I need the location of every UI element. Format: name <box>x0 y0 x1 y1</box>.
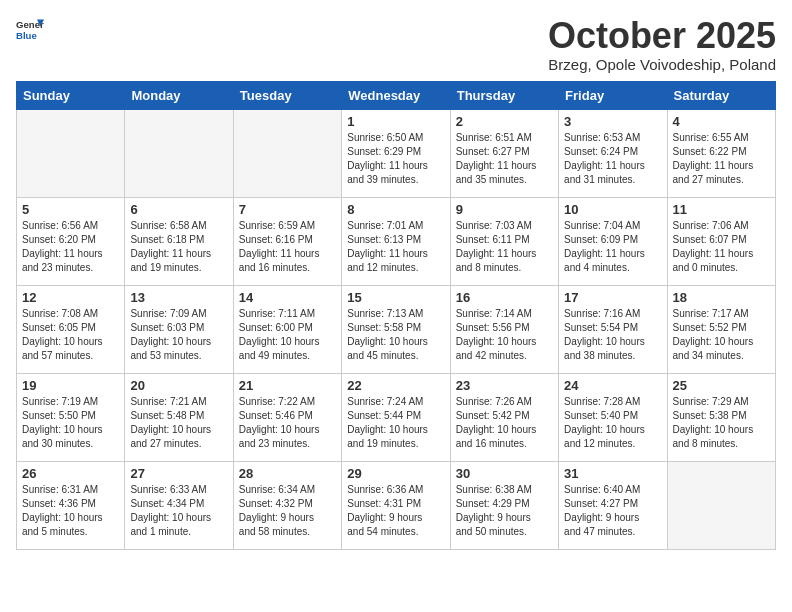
weekday-header: Thursday <box>450 81 558 109</box>
month-title: October 2025 <box>548 16 776 56</box>
day-info: Sunrise: 6:36 AM Sunset: 4:31 PM Dayligh… <box>347 483 444 539</box>
day-info: Sunrise: 6:40 AM Sunset: 4:27 PM Dayligh… <box>564 483 661 539</box>
calendar-cell: 10Sunrise: 7:04 AM Sunset: 6:09 PM Dayli… <box>559 197 667 285</box>
calendar-cell: 19Sunrise: 7:19 AM Sunset: 5:50 PM Dayli… <box>17 373 125 461</box>
day-number: 31 <box>564 466 661 481</box>
day-info: Sunrise: 6:53 AM Sunset: 6:24 PM Dayligh… <box>564 131 661 187</box>
day-info: Sunrise: 7:03 AM Sunset: 6:11 PM Dayligh… <box>456 219 553 275</box>
day-number: 29 <box>347 466 444 481</box>
day-number: 15 <box>347 290 444 305</box>
day-number: 20 <box>130 378 227 393</box>
day-info: Sunrise: 7:26 AM Sunset: 5:42 PM Dayligh… <box>456 395 553 451</box>
weekday-header: Friday <box>559 81 667 109</box>
calendar-cell: 24Sunrise: 7:28 AM Sunset: 5:40 PM Dayli… <box>559 373 667 461</box>
day-number: 16 <box>456 290 553 305</box>
day-number: 3 <box>564 114 661 129</box>
day-number: 12 <box>22 290 119 305</box>
week-row: 19Sunrise: 7:19 AM Sunset: 5:50 PM Dayli… <box>17 373 776 461</box>
day-info: Sunrise: 7:06 AM Sunset: 6:07 PM Dayligh… <box>673 219 770 275</box>
page-header: General Blue October 2025 Brzeg, Opole V… <box>16 16 776 73</box>
day-number: 1 <box>347 114 444 129</box>
calendar-cell: 13Sunrise: 7:09 AM Sunset: 6:03 PM Dayli… <box>125 285 233 373</box>
day-info: Sunrise: 7:08 AM Sunset: 6:05 PM Dayligh… <box>22 307 119 363</box>
calendar-cell: 8Sunrise: 7:01 AM Sunset: 6:13 PM Daylig… <box>342 197 450 285</box>
calendar-cell: 7Sunrise: 6:59 AM Sunset: 6:16 PM Daylig… <box>233 197 341 285</box>
day-number: 9 <box>456 202 553 217</box>
weekday-header: Wednesday <box>342 81 450 109</box>
calendar-cell: 11Sunrise: 7:06 AM Sunset: 6:07 PM Dayli… <box>667 197 775 285</box>
day-info: Sunrise: 7:16 AM Sunset: 5:54 PM Dayligh… <box>564 307 661 363</box>
day-number: 8 <box>347 202 444 217</box>
day-info: Sunrise: 6:56 AM Sunset: 6:20 PM Dayligh… <box>22 219 119 275</box>
calendar-cell: 16Sunrise: 7:14 AM Sunset: 5:56 PM Dayli… <box>450 285 558 373</box>
weekday-header: Sunday <box>17 81 125 109</box>
calendar-cell <box>233 109 341 197</box>
day-info: Sunrise: 6:51 AM Sunset: 6:27 PM Dayligh… <box>456 131 553 187</box>
day-number: 10 <box>564 202 661 217</box>
day-number: 26 <box>22 466 119 481</box>
logo-icon: General Blue <box>16 16 44 44</box>
calendar-cell: 22Sunrise: 7:24 AM Sunset: 5:44 PM Dayli… <box>342 373 450 461</box>
calendar-cell <box>125 109 233 197</box>
day-number: 13 <box>130 290 227 305</box>
day-info: Sunrise: 7:22 AM Sunset: 5:46 PM Dayligh… <box>239 395 336 451</box>
day-number: 24 <box>564 378 661 393</box>
day-info: Sunrise: 6:34 AM Sunset: 4:32 PM Dayligh… <box>239 483 336 539</box>
svg-text:Blue: Blue <box>16 30 37 41</box>
day-info: Sunrise: 7:28 AM Sunset: 5:40 PM Dayligh… <box>564 395 661 451</box>
calendar-cell: 20Sunrise: 7:21 AM Sunset: 5:48 PM Dayli… <box>125 373 233 461</box>
week-row: 5Sunrise: 6:56 AM Sunset: 6:20 PM Daylig… <box>17 197 776 285</box>
week-row: 26Sunrise: 6:31 AM Sunset: 4:36 PM Dayli… <box>17 461 776 549</box>
calendar-cell: 28Sunrise: 6:34 AM Sunset: 4:32 PM Dayli… <box>233 461 341 549</box>
calendar-cell: 15Sunrise: 7:13 AM Sunset: 5:58 PM Dayli… <box>342 285 450 373</box>
calendar-cell: 17Sunrise: 7:16 AM Sunset: 5:54 PM Dayli… <box>559 285 667 373</box>
calendar-cell: 3Sunrise: 6:53 AM Sunset: 6:24 PM Daylig… <box>559 109 667 197</box>
day-info: Sunrise: 7:29 AM Sunset: 5:38 PM Dayligh… <box>673 395 770 451</box>
day-number: 18 <box>673 290 770 305</box>
day-number: 5 <box>22 202 119 217</box>
day-number: 7 <box>239 202 336 217</box>
day-info: Sunrise: 7:11 AM Sunset: 6:00 PM Dayligh… <box>239 307 336 363</box>
day-info: Sunrise: 7:09 AM Sunset: 6:03 PM Dayligh… <box>130 307 227 363</box>
calendar-cell: 31Sunrise: 6:40 AM Sunset: 4:27 PM Dayli… <box>559 461 667 549</box>
calendar-cell: 12Sunrise: 7:08 AM Sunset: 6:05 PM Dayli… <box>17 285 125 373</box>
weekday-header: Monday <box>125 81 233 109</box>
calendar-cell <box>17 109 125 197</box>
day-info: Sunrise: 6:50 AM Sunset: 6:29 PM Dayligh… <box>347 131 444 187</box>
logo: General Blue <box>16 16 44 44</box>
day-info: Sunrise: 7:24 AM Sunset: 5:44 PM Dayligh… <box>347 395 444 451</box>
day-info: Sunrise: 7:17 AM Sunset: 5:52 PM Dayligh… <box>673 307 770 363</box>
day-number: 23 <box>456 378 553 393</box>
calendar-cell: 25Sunrise: 7:29 AM Sunset: 5:38 PM Dayli… <box>667 373 775 461</box>
calendar-cell: 2Sunrise: 6:51 AM Sunset: 6:27 PM Daylig… <box>450 109 558 197</box>
calendar-table: SundayMondayTuesdayWednesdayThursdayFrid… <box>16 81 776 550</box>
day-info: Sunrise: 6:31 AM Sunset: 4:36 PM Dayligh… <box>22 483 119 539</box>
day-info: Sunrise: 6:58 AM Sunset: 6:18 PM Dayligh… <box>130 219 227 275</box>
day-info: Sunrise: 7:14 AM Sunset: 5:56 PM Dayligh… <box>456 307 553 363</box>
location: Brzeg, Opole Voivodeship, Poland <box>548 56 776 73</box>
calendar-cell: 23Sunrise: 7:26 AM Sunset: 5:42 PM Dayli… <box>450 373 558 461</box>
week-row: 12Sunrise: 7:08 AM Sunset: 6:05 PM Dayli… <box>17 285 776 373</box>
calendar-cell: 5Sunrise: 6:56 AM Sunset: 6:20 PM Daylig… <box>17 197 125 285</box>
day-number: 11 <box>673 202 770 217</box>
calendar-cell: 26Sunrise: 6:31 AM Sunset: 4:36 PM Dayli… <box>17 461 125 549</box>
day-number: 4 <box>673 114 770 129</box>
day-number: 22 <box>347 378 444 393</box>
day-number: 21 <box>239 378 336 393</box>
weekday-header: Tuesday <box>233 81 341 109</box>
day-number: 30 <box>456 466 553 481</box>
day-info: Sunrise: 6:59 AM Sunset: 6:16 PM Dayligh… <box>239 219 336 275</box>
calendar-cell <box>667 461 775 549</box>
calendar-cell: 21Sunrise: 7:22 AM Sunset: 5:46 PM Dayli… <box>233 373 341 461</box>
day-number: 6 <box>130 202 227 217</box>
calendar-cell: 1Sunrise: 6:50 AM Sunset: 6:29 PM Daylig… <box>342 109 450 197</box>
day-number: 19 <box>22 378 119 393</box>
day-number: 17 <box>564 290 661 305</box>
calendar-cell: 18Sunrise: 7:17 AM Sunset: 5:52 PM Dayli… <box>667 285 775 373</box>
calendar-cell: 14Sunrise: 7:11 AM Sunset: 6:00 PM Dayli… <box>233 285 341 373</box>
calendar-cell: 27Sunrise: 6:33 AM Sunset: 4:34 PM Dayli… <box>125 461 233 549</box>
weekday-header-row: SundayMondayTuesdayWednesdayThursdayFrid… <box>17 81 776 109</box>
day-info: Sunrise: 6:33 AM Sunset: 4:34 PM Dayligh… <box>130 483 227 539</box>
day-number: 2 <box>456 114 553 129</box>
calendar-cell: 6Sunrise: 6:58 AM Sunset: 6:18 PM Daylig… <box>125 197 233 285</box>
